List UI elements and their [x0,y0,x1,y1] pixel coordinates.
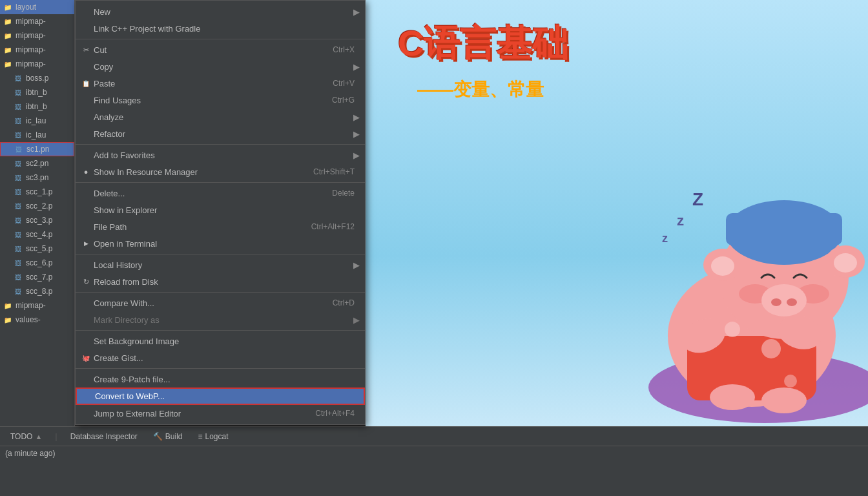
image-file-icon: 🖼 [13,101,23,112]
sidebar-item-ibtn1[interactable]: 🖼 ibtn_b [0,85,74,99]
menu-item-file-path[interactable]: File Path Ctrl+Alt+F12 [76,218,365,235]
folder-icon: 📁 [3,45,13,55]
menu-item-label: Set Background Image [94,336,355,346]
sidebar-item-scc6[interactable]: 🖼 scc_6.p [0,256,74,270]
menu-item-set-background[interactable]: Set Background Image [76,333,365,349]
image-file-icon: 🖼 [13,73,23,83]
menu-item-refactor[interactable]: Refactor ▶ [76,125,365,142]
sidebar-item-label: scc_8.p [26,287,52,296]
cut-icon: ✂ [81,45,91,55]
menu-item-mark-directory[interactable]: Mark Directory as ▶ [76,311,365,328]
paste-icon: 📋 [81,78,91,88]
tab-todo[interactable]: TODO ▲ [5,431,47,442]
menu-item-open-terminal[interactable]: ▶ Open in Terminal [76,235,365,252]
menu-item-analyze[interactable]: Analyze ▶ [76,108,365,125]
menu-item-show-resource[interactable]: ● Show In Resource Manager Ctrl+Shift+T [76,163,365,180]
sidebar-item-scc3[interactable]: 🖼 scc_3.p [0,213,74,227]
chinese-title: C语言基础 [398,19,568,68]
image-file-icon: 🖼 [13,116,23,126]
sidebar-item-scc7[interactable]: 🖼 scc_7.p [0,270,74,284]
build-icon: 🔨 [153,432,163,441]
shortcut-label: Ctrl+X [333,45,355,54]
image-file-icon: 🖼 [13,215,23,225]
menu-item-local-history[interactable]: Local History ▶ [76,256,365,273]
sidebar-item-label: mipmap- [16,31,46,40]
image-file-icon: 🖼 [13,130,23,140]
image-file-icon: 🖼 [13,243,23,254]
menu-item-new[interactable]: New ▶ [76,3,365,20]
image-file-icon: 🖼 [13,158,23,169]
tab-database-inspector[interactable]: Database Inspector [65,431,143,442]
sidebar-item-label: scc_1.p [26,187,52,196]
menu-item-label: Refactor [94,129,355,139]
menu-item-label: Show In Resource Manager [94,167,287,177]
menu-item-reload-disk[interactable]: ↻ Reload from Disk [76,273,365,290]
sidebar-item-label: scc_2.p [26,202,52,211]
sidebar-item-scc8[interactable]: 🖼 scc_8.p [0,284,74,298]
menu-item-label: Create 9-Patch file... [94,375,355,384]
sidebar-item-label: ic_lau [26,130,46,140]
menu-item-show-explorer[interactable]: Show in Explorer [76,202,365,218]
image-file-icon: 🖼 [13,258,23,268]
menu-item-cut[interactable]: ✂ Cut Ctrl+X [76,41,365,58]
menu-item-label: Link C++ Project with Gradle [94,24,355,34]
tab-logcat[interactable]: ≡ Logcat [192,431,233,442]
sidebar-item-mipmap4[interactable]: 📁 mipmap- [0,57,74,71]
sidebar-item-scc4[interactable]: 🖼 scc_4.p [0,227,74,242]
sidebar-item-label: boss.p [26,74,48,83]
sidebar-item-mipmap1[interactable]: 📁 mipmap- [0,14,74,28]
menu-item-label: Paste [94,79,307,88]
folder-icon: 📁 [3,2,13,12]
tab-build[interactable]: 🔨 Build [148,431,188,442]
separator [76,144,365,145]
sidebar-item-label: sc3.pn [26,173,48,182]
sidebar-item-scc2[interactable]: 🖼 scc_2.p [0,199,74,213]
submenu-arrow-icon: ▶ [353,62,360,72]
menu-item-create-gist[interactable]: 🐙 Create Gist... [76,349,365,366]
menu-item-label: Open in Terminal [94,239,355,249]
sidebar-item-mipmap3[interactable]: 📁 mipmap- [0,43,74,57]
shortcut-label: Delete [332,189,355,198]
sidebar-item-scc1[interactable]: 🖼 scc_1.p [0,185,74,199]
sidebar-item-scc5[interactable]: 🖼 scc_5.p [0,242,74,256]
sidebar-item-label: scc_4.p [26,230,52,239]
menu-item-find-usages[interactable]: Find Usages Ctrl+G [76,92,365,108]
folder-icon: 📁 [3,16,13,26]
svg-point-18 [761,388,807,413]
menu-item-paste[interactable]: 📋 Paste Ctrl+V [76,75,365,92]
sidebar-item-sc1[interactable]: 🖼 sc1.pn [0,142,74,156]
sidebar-item-sc3[interactable]: 🖼 sc3.pn [0,170,74,185]
menu-item-create-9patch[interactable]: Create 9-Patch file... [76,371,365,388]
menu-item-label: Show in Explorer [94,205,355,215]
menu-item-label: Add to Favorites [94,150,355,160]
menu-item-label: Compare With... [94,298,307,308]
github-icon: 🐙 [81,353,91,363]
sidebar-item-iclau2[interactable]: 🖼 ic_lau [0,128,74,142]
separator [76,254,365,254]
folder-icon: 📁 [3,59,13,69]
menu-item-compare[interactable]: Compare With... Ctrl+D [76,294,365,311]
sidebar-item-mipmap5[interactable]: 📁 mipmap- [0,298,74,313]
submenu-arrow-icon: ▶ [353,260,360,270]
menu-item-copy[interactable]: Copy ▶ [76,58,365,75]
menu-item-convert-webp[interactable]: Convert to WebP... [76,388,365,405]
menu-item-delete[interactable]: Delete... Delete [76,185,365,202]
submenu-arrow-icon: ▶ [353,7,360,17]
image-file-icon: 🖼 [13,187,23,197]
sidebar-item-mipmap2[interactable]: 📁 mipmap- [0,28,74,43]
sidebar-item-boss[interactable]: 🖼 boss.p [0,71,74,85]
sidebar-item-iclau1[interactable]: 🖼 ic_lau [0,114,74,128]
sidebar-item-ibtn2[interactable]: 🖼 ibtn_b [0,99,74,114]
separator [76,330,365,331]
menu-item-label: Reload from Disk [94,277,355,287]
menu-item-add-favorites[interactable]: Add to Favorites ▶ [76,147,365,163]
sidebar-item-sc2[interactable]: 🖼 sc2.pn [0,156,74,170]
sidebar-item-layout[interactable]: 📁 layout [0,0,74,14]
sidebar-item-values[interactable]: 📁 values- [0,313,74,327]
terminal-icon: ▶ [81,238,91,249]
image-file-icon: 🖼 [13,201,23,211]
menu-item-link-cpp[interactable]: Link C++ Project with Gradle [76,20,365,37]
shortcut-label: Ctrl+Alt+F4 [315,409,355,418]
menu-item-label: Find Usages [94,96,306,105]
menu-item-jump-external[interactable]: Jump to External Editor Ctrl+Alt+F4 [76,405,365,422]
